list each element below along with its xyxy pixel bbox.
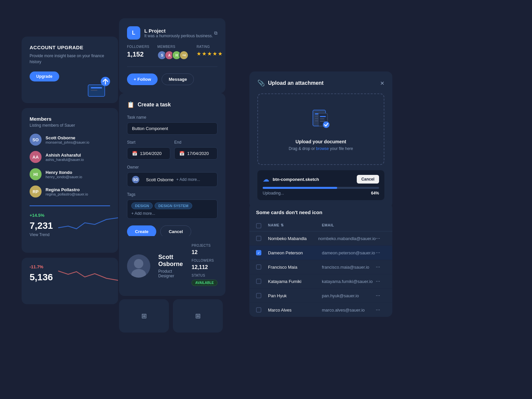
task-name-input[interactable] bbox=[127, 122, 217, 135]
row-checkbox-5[interactable] bbox=[256, 293, 261, 298]
member-email-4: regina_pollastro@sauer.io bbox=[46, 192, 88, 196]
followers-label: FOLLOWERS bbox=[127, 45, 149, 49]
external-link-icon[interactable]: ⧉ bbox=[214, 30, 217, 36]
owner-label: Owner bbox=[127, 165, 217, 170]
tag-add[interactable]: + Add more... bbox=[131, 211, 155, 216]
row-checkbox-2[interactable]: ✓ bbox=[256, 250, 261, 255]
row-checkbox-3[interactable] bbox=[256, 264, 261, 270]
table-email-header: EMAIL bbox=[322, 223, 376, 228]
profile-name: Scott Osborne bbox=[158, 254, 184, 268]
start-label: Start bbox=[127, 140, 170, 145]
member-name-1: Scott Osborne bbox=[46, 135, 89, 140]
tags-input[interactable]: DESIGN DESIGN SYSTEM + Add more... bbox=[127, 200, 217, 219]
members-label: MEMBERS bbox=[157, 45, 189, 49]
header-checkbox[interactable] bbox=[256, 223, 261, 228]
row-more-5[interactable]: ··· bbox=[376, 293, 380, 298]
end-date-input[interactable]: 📅 17/04/2020 bbox=[174, 147, 217, 160]
message-button[interactable]: Message bbox=[162, 73, 194, 85]
end-label: End bbox=[174, 140, 217, 145]
row-more-3[interactable]: ··· bbox=[376, 264, 380, 270]
status-badge: AVAILABLE bbox=[192, 280, 217, 286]
drop-sub: Drag & drop or browse your file here bbox=[265, 146, 377, 151]
table-row: ✓ Dameon Peterson dameon.peterson@sauer.… bbox=[249, 246, 392, 260]
members-subtitle: Listing members of Sauer bbox=[30, 123, 110, 128]
calendar-icon-2: 📅 bbox=[179, 151, 185, 156]
followers-stat-value: 12,112 bbox=[192, 264, 217, 270]
drop-text: Upload your document bbox=[265, 139, 377, 144]
member-name-3: Henry Itondo bbox=[46, 170, 82, 175]
browse-link[interactable]: browse bbox=[316, 146, 329, 151]
trend1-sub[interactable]: View Trend bbox=[30, 232, 110, 237]
row-email-6: marco.alves@sauer.io bbox=[322, 308, 376, 313]
owner-input[interactable]: SO Scott Osborne + Add more... bbox=[127, 172, 217, 187]
table-name-header[interactable]: NAME ⇅ bbox=[268, 223, 322, 228]
row-name-3: Francisco Maia bbox=[268, 265, 322, 270]
svg-point-5 bbox=[131, 269, 146, 278]
progress-bar-fill bbox=[263, 187, 337, 189]
profile-stats: PROJECTS 12 FOLLOWERS 12,112 STATUS AVAI… bbox=[192, 244, 217, 289]
member-avatar-1: SO bbox=[30, 134, 42, 146]
member-name-4: Regina Pollastro bbox=[46, 187, 88, 192]
member-item-4: RP Regina Pollastro regina_pollastro@sau… bbox=[30, 186, 110, 198]
profile-card: Scott Osborne Product Designer PROJECTS … bbox=[119, 236, 225, 296]
row-checkbox-6[interactable] bbox=[256, 307, 261, 313]
members-title: Members bbox=[30, 116, 110, 122]
svg-rect-13 bbox=[320, 118, 325, 119]
follow-button[interactable]: + Follow bbox=[127, 73, 158, 85]
row-more-2[interactable]: ··· bbox=[376, 250, 380, 255]
projects-stat-value: 12 bbox=[192, 249, 217, 255]
row-email-2: dameon.peterson@sauer.io bbox=[322, 250, 376, 255]
end-date-value: 17/04/2020 bbox=[187, 151, 209, 156]
svg-rect-14 bbox=[320, 121, 325, 122]
members-card: Members Listing members of Sauer SO Scot… bbox=[22, 108, 118, 220]
drop-sub-suffix: your file here bbox=[329, 146, 353, 151]
tags-label: Tags bbox=[127, 192, 217, 197]
member-avatar-4: RP bbox=[30, 186, 42, 198]
create-task-card: 📋 Create a task Task name Start 📅 13/04/… bbox=[119, 93, 225, 246]
row-email-4: katayama.fumiki@sauer.io bbox=[322, 279, 376, 284]
bottom-small-card-1: ⊞ bbox=[119, 299, 169, 332]
table-card: Some cards don't need icon NAME ⇅ EMAIL … bbox=[249, 203, 392, 317]
member-item-1: SO Scott Osborne monserrat_johns@sauer.i… bbox=[30, 134, 110, 146]
row-checkbox-1[interactable] bbox=[256, 236, 261, 241]
drop-zone[interactable]: Upload your document Drag & drop or brow… bbox=[257, 93, 384, 165]
row-more-6[interactable]: ··· bbox=[376, 307, 380, 313]
followers-count: 1,152 bbox=[127, 51, 149, 58]
upload-card: 📎 Upload an attachment ✕ Upload your doc… bbox=[249, 71, 392, 208]
upgrade-illustration bbox=[85, 73, 111, 100]
member-email-3: henry_iondo@sauer.io bbox=[46, 175, 82, 179]
document-icon bbox=[265, 107, 377, 135]
svg-point-15 bbox=[323, 121, 330, 128]
start-date-input[interactable]: 📅 13/04/2020 bbox=[127, 147, 170, 160]
owner-add[interactable]: + Add more... bbox=[176, 177, 200, 182]
project-desc: It was a humorously perilous business. bbox=[144, 34, 213, 38]
account-upgrade-subtitle: Provide more insight base on your financ… bbox=[30, 53, 110, 65]
row-checkbox-4[interactable] bbox=[256, 279, 261, 284]
row-more-1[interactable]: ··· bbox=[376, 235, 380, 241]
table-check-header bbox=[256, 223, 268, 228]
upgrade-button[interactable]: Upgrade bbox=[30, 71, 59, 81]
member-email-1: monserrat_johns@sauer.io bbox=[46, 140, 89, 144]
upload-cancel-button[interactable]: Cancel bbox=[357, 175, 379, 184]
member-item-3: HI Henry Itondo henry_iondo@sauer.io bbox=[30, 168, 110, 180]
task-title: Create a task bbox=[138, 102, 171, 108]
task-icon: 📋 bbox=[127, 101, 134, 108]
uploading-text: Uploading... bbox=[263, 191, 284, 196]
svg-rect-1 bbox=[91, 87, 102, 88]
member-item-2: AA Ashish Asharaful ashis_haraful@sauer.… bbox=[30, 151, 110, 163]
row-name-4: Katayama Fumiki bbox=[268, 279, 322, 284]
svg-rect-2 bbox=[91, 90, 97, 91]
upload-title: Upload an attachment bbox=[268, 80, 324, 86]
member-avatar-3: HI bbox=[30, 168, 42, 180]
table-row: Marco Alves marco.alves@sauer.io ··· bbox=[249, 303, 392, 317]
row-more-4[interactable]: ··· bbox=[376, 278, 380, 284]
close-icon[interactable]: ✕ bbox=[380, 80, 384, 86]
row-email-5: pan.hyuk@sauer.io bbox=[322, 293, 376, 298]
row-email-1: nombeko.mabandla@sauer.io bbox=[318, 236, 376, 241]
mini-avatar-more: +4 bbox=[179, 51, 189, 60]
table-header: NAME ⇅ EMAIL bbox=[249, 220, 392, 231]
row-name-2: Dameon Peterson bbox=[268, 250, 322, 255]
file-name: btn-component.sketch bbox=[273, 177, 353, 182]
start-date-value: 13/04/2020 bbox=[140, 151, 162, 156]
profile-role: Product Designer bbox=[158, 269, 184, 278]
